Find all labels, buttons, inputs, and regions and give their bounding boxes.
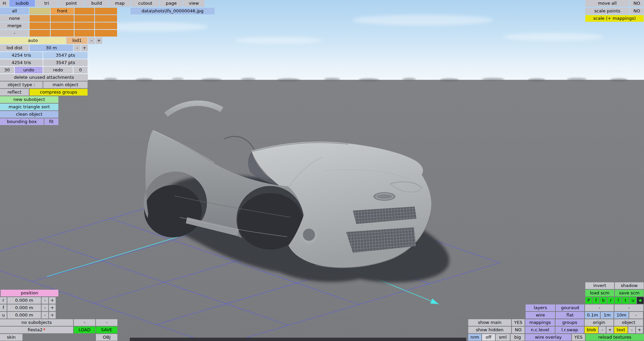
view-front-button[interactable]: f: [593, 297, 599, 304]
selection-grid-cell[interactable]: [51, 30, 74, 37]
selection-dash-button[interactable]: -: [0, 30, 29, 37]
wire-overlay-value[interactable]: YES: [572, 334, 585, 341]
bounding-box-button[interactable]: bounding box: [0, 118, 44, 125]
invert-button[interactable]: invert: [585, 282, 614, 289]
reflect-button[interactable]: reflect: [0, 89, 29, 96]
tab-point[interactable]: point: [58, 0, 84, 7]
tab-subob[interactable]: subob: [9, 0, 35, 7]
nrm-button[interactable]: nrm: [468, 334, 481, 341]
wire-overlay-button[interactable]: wire overlay: [525, 334, 571, 341]
view-dot-button[interactable]: ●: [637, 297, 644, 304]
gouraud-button[interactable]: gouraud: [556, 304, 584, 311]
selection-grid-cell[interactable]: [30, 30, 50, 37]
selection-grid-cell[interactable]: [74, 22, 94, 29]
layers-button[interactable]: layers: [526, 304, 555, 311]
tab-tri[interactable]: tri: [36, 0, 58, 7]
blob-plus-button[interactable]: +: [606, 327, 613, 333]
new-subobject-button[interactable]: new subobject: [0, 96, 58, 103]
dash-button[interactable]: -: [585, 304, 614, 311]
lod-dist-value[interactable]: 30 m: [30, 45, 73, 51]
select-none-button[interactable]: none: [0, 15, 29, 22]
tab-h[interactable]: H: [0, 0, 9, 7]
show-hidden-value[interactable]: NO: [512, 327, 525, 333]
save-scm-button[interactable]: save scm: [615, 290, 644, 296]
text-plus-button[interactable]: +: [636, 327, 643, 333]
move-all-button[interactable]: move all: [585, 0, 629, 7]
scale-points-button[interactable]: scale points: [585, 8, 629, 14]
scale-mappings-button[interactable]: scale (+ mappings): [585, 15, 644, 22]
redo-button[interactable]: redo: [43, 67, 73, 73]
axis-f-value[interactable]: 0.000 m: [7, 304, 41, 311]
model-name[interactable]: fiesta2*: [0, 327, 73, 333]
tab-page[interactable]: page: [160, 0, 182, 7]
subobject-dash-button[interactable]: -: [96, 319, 117, 326]
load-button[interactable]: LOAD: [74, 327, 95, 333]
select-all-button[interactable]: all: [0, 8, 29, 14]
show-hidden-button[interactable]: show hidden: [468, 327, 511, 333]
text-button[interactable]: text: [614, 327, 628, 333]
shadow-button[interactable]: shadow: [615, 282, 644, 289]
selection-grid-cell[interactable]: [95, 15, 117, 22]
text-minus-button[interactable]: -: [628, 327, 635, 333]
selection-grid-cell[interactable]: [51, 15, 74, 22]
load-scm-button[interactable]: load scm: [585, 290, 614, 296]
lr-swap-button[interactable]: l.r.swap: [555, 327, 584, 333]
tab-map[interactable]: map: [109, 0, 130, 7]
compress-groups-button[interactable]: compress groups: [30, 89, 88, 96]
axis-u-plus-button[interactable]: +: [49, 312, 56, 319]
skin-button[interactable]: skin: [0, 334, 22, 341]
show-main-button[interactable]: show main: [468, 319, 511, 326]
show-main-value[interactable]: YES: [512, 319, 525, 326]
view-back-button[interactable]: b: [600, 297, 607, 304]
fit-button[interactable]: fit: [44, 118, 58, 125]
mappings-button[interactable]: mappings: [525, 319, 555, 326]
lod-dist-minus-button[interactable]: -: [74, 45, 80, 51]
nrm-big-button[interactable]: big: [511, 334, 525, 341]
selection-grid-cell[interactable]: [30, 8, 50, 14]
move-all-value[interactable]: NO: [630, 0, 644, 7]
grid-dash-button[interactable]: -: [629, 312, 643, 319]
magic-triangle-sort-button[interactable]: magic triangle sort: [0, 104, 58, 110]
view-under-button[interactable]: u: [630, 297, 636, 304]
selection-grid-cell[interactable]: [74, 8, 94, 14]
selection-grid-cell[interactable]: [95, 22, 117, 29]
lod-dist-plus-button[interactable]: +: [81, 45, 88, 51]
undo-button[interactable]: undo: [15, 67, 43, 73]
view-left-button[interactable]: l: [615, 297, 622, 304]
object-type-value[interactable]: main object: [43, 81, 88, 88]
clean-object-button[interactable]: clean object: [0, 111, 58, 118]
view-right-button[interactable]: r: [607, 297, 614, 304]
viewport-3d[interactable]: [0, 0, 644, 341]
flat-button[interactable]: flat: [556, 312, 584, 319]
selection-grid-cell[interactable]: [74, 15, 94, 22]
grid-1m-button[interactable]: 1m: [601, 312, 613, 319]
selection-grid-cell[interactable]: [51, 22, 74, 29]
selection-grid-cell[interactable]: [95, 8, 117, 14]
selection-grid-cell[interactable]: [30, 22, 50, 29]
selection-grid-cell[interactable]: [30, 15, 50, 22]
selection-grid-cell[interactable]: [95, 30, 117, 37]
blob-button[interactable]: blob: [585, 327, 598, 333]
lod1-button[interactable]: lod1: [66, 37, 88, 44]
save-button[interactable]: SAVE: [96, 327, 117, 333]
nrm-sml-button[interactable]: sml: [496, 334, 510, 341]
axis-u-minus-button[interactable]: -: [42, 312, 48, 319]
nc-level-button[interactable]: n.c.level: [525, 327, 555, 333]
groups-button[interactable]: groups: [555, 319, 584, 326]
axis-u-value[interactable]: 0.000 m: [7, 312, 41, 319]
view-perspective-button[interactable]: P: [585, 297, 592, 304]
axis-r-plus-button[interactable]: +: [49, 297, 56, 304]
axis-r-minus-button[interactable]: -: [42, 297, 48, 304]
origin-button[interactable]: origin: [585, 319, 613, 326]
lod-plus-button[interactable]: +: [96, 37, 102, 44]
subobject-dash-button[interactable]: -: [74, 319, 95, 326]
axis-r-value[interactable]: 0.000 m: [7, 297, 41, 304]
view-top-button[interactable]: t: [622, 297, 629, 304]
auto-button[interactable]: auto: [0, 37, 66, 44]
obj-export-button[interactable]: OBJ: [96, 334, 117, 341]
background-image-label[interactable]: data\shots\lfs_00000046.jpg: [130, 8, 215, 14]
blob-minus-button[interactable]: -: [599, 327, 606, 333]
dash-button[interactable]: -: [614, 304, 643, 311]
merge-button[interactable]: merge: [0, 22, 29, 29]
wire-button[interactable]: wire: [526, 312, 555, 319]
